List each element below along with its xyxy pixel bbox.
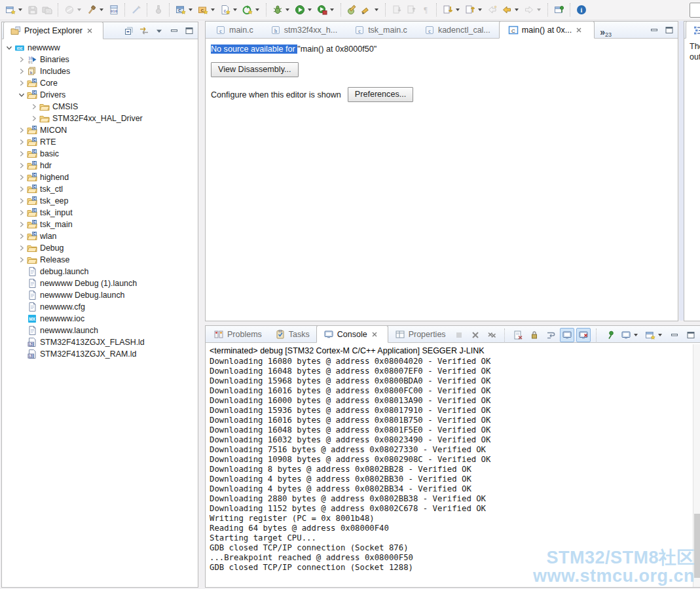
tree-item[interactable]: LDSTM32F413ZGJX_FLASH.ld	[2, 336, 198, 348]
dropdown-arrow-icon[interactable]	[456, 9, 460, 11]
show-whitespace-button[interactable]: ¶	[419, 2, 432, 18]
dropdown-arrow-icon[interactable]	[211, 9, 215, 11]
last-edit-button[interactable]	[441, 2, 462, 18]
dropdown-arrow-icon[interactable]	[308, 9, 312, 11]
chevron-collapsed-icon[interactable]	[17, 161, 26, 170]
scroll-lock-button[interactable]	[527, 328, 542, 342]
prev-annotation-button[interactable]	[405, 2, 418, 18]
dropdown-arrow-icon[interactable]	[330, 9, 334, 11]
tree-item[interactable]: LDSTM32F413ZGJX_RAM.ld	[2, 348, 198, 360]
save-all-button[interactable]	[41, 2, 54, 18]
tree-item[interactable]: IDEnewwww	[2, 42, 198, 54]
binary-file-button[interactable]: 010	[107, 2, 120, 18]
chevron-collapsed-icon[interactable]	[29, 102, 39, 111]
chevron-collapsed-icon[interactable]	[17, 196, 26, 205]
mark-occurrences-button[interactable]	[130, 2, 143, 18]
preferences-button[interactable]: Preferences...	[348, 87, 413, 102]
chevron-collapsed-icon[interactable]	[17, 208, 26, 217]
dropdown-arrow-icon[interactable]	[77, 9, 81, 11]
skip-breakpoints-button[interactable]	[63, 2, 84, 18]
chevron-collapsed-icon[interactable]	[17, 185, 26, 194]
generate-code-button[interactable]	[241, 2, 262, 18]
tab-console[interactable]: Console	[316, 325, 388, 343]
minimize-icon[interactable]	[649, 25, 659, 35]
tree-item[interactable]: MXnewwww.ioc	[2, 313, 198, 325]
dropdown-arrow-icon[interactable]	[537, 9, 541, 11]
tree-item[interactable]: Debug	[2, 242, 198, 254]
chevron-collapsed-icon[interactable]	[17, 79, 26, 88]
tree-item[interactable]: CMICON	[2, 124, 198, 136]
tree-item[interactable]: newwww.launch	[2, 325, 198, 336]
close-icon[interactable]	[86, 26, 96, 36]
tree-item[interactable]: newwww Debug (1).launch	[2, 277, 198, 289]
close-icon[interactable]	[575, 25, 585, 35]
tree-item[interactable]: CMSIS	[2, 101, 198, 113]
tree-item[interactable]: newwww Debug.launch	[2, 289, 198, 301]
console-scrollbar[interactable]	[693, 344, 700, 587]
clear-console-button[interactable]	[511, 328, 525, 342]
chevron-collapsed-icon[interactable]	[17, 255, 26, 264]
dropdown-arrow-icon[interactable]	[515, 9, 519, 11]
chevron-collapsed-icon[interactable]	[17, 220, 26, 229]
stdout-toggle-button[interactable]	[560, 328, 574, 342]
build-button[interactable]	[85, 2, 106, 18]
info-button[interactable]: i	[575, 2, 588, 18]
tree-item[interactable]: Cwlan	[2, 230, 198, 242]
debug-button[interactable]	[271, 2, 292, 18]
tree-item[interactable]: Chighend	[2, 171, 198, 183]
tree-item[interactable]: STM32F4xx_HAL_Driver	[2, 113, 198, 124]
forward-button[interactable]	[523, 2, 543, 18]
tree-item[interactable]: Ctsk_main	[2, 219, 198, 230]
stderr-toggle-button[interactable]	[576, 328, 591, 342]
remove-launch-button[interactable]	[468, 328, 483, 342]
word-wrap-button[interactable]	[543, 328, 558, 342]
minimize-icon[interactable]	[169, 26, 179, 36]
tab-project-explorer[interactable]: Project Explorer	[3, 22, 103, 39]
pin-editor-button[interactable]	[553, 2, 566, 18]
back-history-button[interactable]	[486, 2, 499, 18]
view-menu-icon[interactable]	[154, 26, 164, 36]
editor-tab[interactable]: cmain.c	[207, 22, 262, 38]
tab-properties[interactable]: Properties	[388, 326, 452, 342]
view-disassembly-button[interactable]: View Disassembly...	[211, 62, 299, 77]
minimize-button[interactable]	[667, 328, 682, 342]
highlight-button[interactable]	[360, 2, 381, 18]
prev-edit-button[interactable]	[464, 2, 485, 18]
chevron-collapsed-icon[interactable]	[17, 67, 26, 76]
dropdown-arrow-icon[interactable]	[189, 9, 193, 11]
dropdown-arrow-icon[interactable]	[375, 9, 378, 11]
remove-all-button[interactable]	[485, 328, 499, 342]
maximize-icon[interactable]	[664, 25, 674, 35]
console-scrollbar-thumb[interactable]	[694, 514, 700, 578]
chevron-expanded-icon[interactable]	[17, 90, 26, 99]
tab-problems[interactable]: Problems	[207, 326, 268, 342]
chevron-collapsed-icon[interactable]	[17, 149, 26, 158]
terminate-button[interactable]	[452, 328, 466, 342]
editor-overview-ruler[interactable]	[679, 21, 684, 321]
tree-item[interactable]: hIncludes	[2, 65, 198, 77]
editor-tab[interactable]: Cmain() at 0x...	[499, 21, 595, 39]
chevron-collapsed-icon[interactable]	[17, 232, 26, 241]
collapse-all-icon[interactable]	[124, 26, 134, 36]
chevron-collapsed-icon[interactable]	[17, 243, 26, 253]
link-with-editor-icon[interactable]	[139, 26, 149, 36]
chevron-collapsed-icon[interactable]	[17, 55, 26, 64]
new-wizard-button[interactable]	[4, 2, 25, 18]
editor-tab[interactable]: ckadenctl_cal...	[416, 22, 499, 38]
tab-tasks[interactable]: Tasks	[268, 326, 316, 342]
open-console-button[interactable]	[643, 328, 665, 342]
tree-item[interactable]: CRTE	[2, 136, 198, 148]
tree-item[interactable]: debug.launch	[2, 266, 198, 277]
tree-item[interactable]: 1001Binaries	[2, 54, 198, 65]
tab-overflow-indicator[interactable]: »23	[595, 25, 612, 38]
tree-item[interactable]: Release	[2, 254, 198, 266]
save-button[interactable]	[26, 2, 39, 18]
tab-outline[interactable]: C	[686, 21, 700, 39]
external-tools-button[interactable]	[152, 2, 165, 18]
chevron-collapsed-icon[interactable]	[17, 126, 26, 135]
tree-item[interactable]: Chdr	[2, 160, 198, 171]
back-button[interactable]	[500, 2, 521, 18]
dropdown-arrow-icon[interactable]	[233, 9, 237, 11]
profile-button[interactable]	[316, 2, 337, 18]
tree-item[interactable]: newwww.cfg	[2, 301, 198, 313]
